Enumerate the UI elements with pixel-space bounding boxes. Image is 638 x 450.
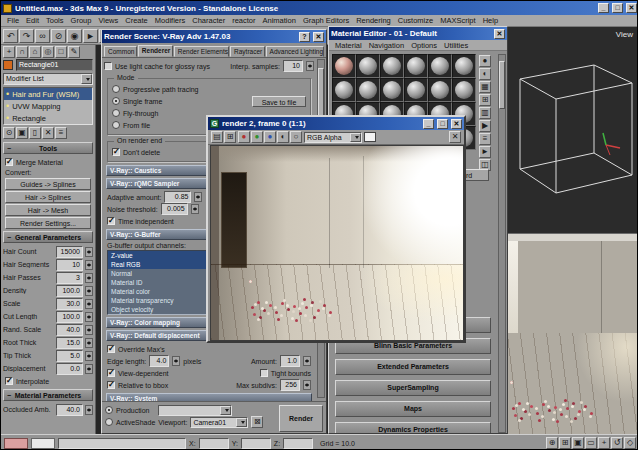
material-rollout-header[interactable]: SuperSampling [335, 380, 491, 396]
spinner-arrows[interactable] [85, 325, 93, 335]
menu-item[interactable]: Tools [43, 15, 67, 26]
menu-item[interactable]: Customize [395, 15, 436, 26]
pan-icon[interactable]: + [598, 437, 610, 449]
modify-tab-icon[interactable]: ∩ [16, 46, 28, 58]
view-dependent-checkbox[interactable] [107, 369, 115, 377]
render-window-maximize-button[interactable]: □ [437, 119, 448, 129]
amount-field[interactable]: 1.0 [280, 355, 300, 367]
use-light-cache-checkbox[interactable] [104, 62, 112, 70]
time-independent-checkbox[interactable] [107, 217, 115, 225]
render-window-titlebar[interactable]: G render 2, frame 0 (1:1) _ □ ✕ [208, 117, 464, 130]
general-param-value[interactable]: 100.0 [56, 285, 83, 297]
fly-through-radio[interactable] [112, 109, 120, 117]
sample-type-icon[interactable]: ● [479, 55, 491, 67]
menu-item[interactable]: reactor [229, 15, 258, 26]
modifier-stack[interactable]: •Hair and Fur (WSM)•UVW Mapping•Rectangl… [3, 87, 93, 125]
menu-item[interactable]: Modifiers [152, 15, 188, 26]
x-coordinate-field[interactable] [199, 438, 229, 449]
show-end-result-icon[interactable]: ▣ [16, 127, 28, 139]
noise-threshold-spinner[interactable] [191, 204, 199, 214]
viewport-dropdown[interactable]: Camera01 [190, 417, 248, 428]
zoom-region-icon[interactable]: ▭ [585, 437, 597, 449]
render-window-minimize-button[interactable]: _ [423, 119, 434, 129]
backlight-icon[interactable]: ◐ [479, 68, 491, 80]
clone-rendered-frame-icon[interactable]: ⊞ [224, 131, 236, 143]
save-to-file-button[interactable]: Save to file [252, 96, 306, 107]
interpolate-checkbox[interactable] [5, 377, 13, 385]
spinner-arrows[interactable] [85, 364, 93, 374]
utilities-tab-icon[interactable]: ✎ [68, 46, 80, 58]
merge-material-checkbox[interactable] [5, 158, 13, 166]
activeshade-radio[interactable] [105, 418, 113, 426]
lock-viewport-icon[interactable]: ⊠ [251, 416, 263, 428]
spinner-arrows[interactable] [85, 260, 93, 270]
progressive-path-tracing-radio[interactable] [112, 85, 120, 93]
material-editor-menu-item[interactable]: Material [332, 40, 365, 51]
material-param-value[interactable]: 40.0 [56, 404, 83, 416]
clear-frame-icon[interactable]: ✕ [449, 131, 461, 143]
general-param-value[interactable]: 15.0 [56, 337, 83, 349]
modifier-toggle-icon[interactable]: • [6, 114, 9, 123]
tab-common[interactable]: Common [104, 46, 137, 57]
scrollbar-thumb[interactable] [499, 61, 505, 109]
hair-to-mesh-button[interactable]: Hair -> Mesh [5, 204, 91, 216]
menu-item[interactable]: Create [122, 15, 151, 26]
edge-length-spinner[interactable] [172, 356, 180, 366]
spinner-arrows[interactable] [85, 273, 93, 283]
red-channel-icon[interactable]: ● [238, 131, 250, 143]
max-subdivs-field[interactable]: 256 [280, 379, 300, 391]
dialog-close-button[interactable]: ✕ [313, 32, 324, 42]
edge-length-field[interactable]: 4.0 [149, 355, 169, 367]
hair-to-splines-button[interactable]: Hair -> Splines [5, 191, 91, 203]
general-param-value[interactable]: 10 [56, 259, 83, 271]
material-rollout-header[interactable]: Maps [335, 401, 491, 417]
material-parameters-header[interactable]: Material Parameters [3, 389, 93, 401]
tools-rollout-header[interactable]: Tools [3, 142, 93, 154]
menu-item[interactable]: Character [189, 15, 228, 26]
general-param-value[interactable]: 40.0 [56, 324, 83, 336]
tab-raytracer[interactable]: Raytracer [230, 46, 265, 57]
remove-modifier-icon[interactable]: ✕ [42, 127, 54, 139]
material-editor-titlebar[interactable]: Material Editor - 01 - Default ✕ [329, 27, 507, 40]
menu-item[interactable]: File [4, 15, 22, 26]
undo-icon[interactable]: ↶ [3, 29, 18, 43]
spinner-arrows[interactable] [85, 405, 93, 415]
hierarchy-tab-icon[interactable]: ⌂ [29, 46, 41, 58]
material-editor-menu-item[interactable]: Utilities [441, 40, 471, 51]
zoom-extents-icon[interactable]: ▣ [572, 437, 584, 449]
adaptive-amount-field[interactable]: 0.85 [164, 191, 191, 203]
interp-samples-spinner[interactable] [306, 61, 314, 71]
make-unique-icon[interactable]: ▯ [29, 127, 41, 139]
alpha-channel-icon[interactable]: ◐ [277, 131, 289, 143]
create-tab-icon[interactable]: + [3, 46, 15, 58]
general-param-value[interactable]: 5.0 [56, 350, 83, 362]
select-by-material-icon[interactable]: ► [479, 146, 491, 158]
z-coordinate-field[interactable] [283, 438, 313, 449]
adaptive-amount-spinner[interactable] [194, 192, 202, 202]
select-object-icon[interactable]: ► [83, 29, 98, 43]
system-rollout-bar[interactable]: V-Ray:: System [106, 393, 312, 401]
zoom-all-icon[interactable]: ⊞ [559, 437, 571, 449]
modifier-toggle-icon[interactable]: • [6, 102, 9, 111]
spinner-arrows[interactable] [85, 299, 93, 309]
rel-bbox-checkbox[interactable] [107, 381, 115, 389]
dialog-scrollbar-thumb[interactable] [318, 68, 324, 120]
material-sample-slot[interactable] [404, 54, 428, 78]
general-parameters-header[interactable]: General Parameters [3, 231, 93, 243]
zoom-icon[interactable]: ⊕ [546, 437, 558, 449]
material-sample-slot[interactable] [452, 54, 476, 78]
material-editor-scrollbar[interactable] [498, 54, 506, 433]
material-sample-slot[interactable] [332, 78, 356, 102]
material-sample-slot[interactable] [356, 54, 380, 78]
modifier-toggle-icon[interactable]: • [6, 90, 9, 99]
menu-item[interactable]: Animation [260, 15, 299, 26]
noise-threshold-field[interactable]: 0.005 [161, 203, 188, 215]
material-sample-slot[interactable] [428, 78, 452, 102]
close-button[interactable]: ✕ [626, 3, 637, 13]
background-icon[interactable]: ▦ [479, 81, 491, 93]
background-color-swatch[interactable] [364, 132, 376, 142]
general-param-value[interactable]: 15000 [56, 246, 83, 258]
dialog-help-button[interactable]: ? [299, 32, 310, 42]
material-sample-slot[interactable] [380, 78, 404, 102]
display-tab-icon[interactable]: □ [55, 46, 67, 58]
